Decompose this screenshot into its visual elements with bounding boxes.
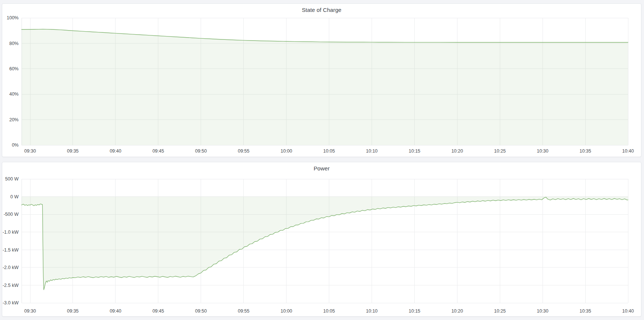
x-axis-tick-label: 09:45 — [152, 308, 164, 314]
x-axis-tick-label: 09:35 — [67, 308, 78, 314]
x-axis-tick-label: 10:15 — [409, 148, 420, 154]
x-axis-tick-label: 10:05 — [323, 308, 335, 314]
x-axis-tick-label: 09:30 — [24, 308, 36, 314]
x-axis-tick-label: 10:10 — [366, 148, 378, 154]
x-axis-tick-label: 10:15 — [409, 308, 420, 314]
y-axis-tick-label: 80% — [9, 41, 19, 46]
y-axis-tick-label: -1.5 kW — [3, 247, 19, 253]
y-axis-tick-label: 500 W — [5, 176, 19, 182]
x-axis-tick-label: 10:25 — [494, 148, 506, 154]
x-axis-tick-label: 09:50 — [195, 148, 207, 154]
soc-panel: State of Charge 100%80%60%40%20%0%09:300… — [2, 3, 641, 157]
y-axis-tick-label: 0% — [12, 143, 19, 148]
x-axis-tick-label: 09:50 — [195, 308, 207, 314]
x-axis-tick-label: 09:55 — [238, 308, 249, 314]
power-panel: Power 500 W0 W-500 W-1.0 kW-1.5 kW-2.0 k… — [2, 162, 641, 317]
y-axis-tick-label: 0 W — [10, 194, 19, 199]
x-axis-tick-label: 10:35 — [579, 308, 591, 314]
y-axis-tick-label: 20% — [9, 117, 19, 122]
y-axis-tick-label: 100% — [7, 15, 19, 20]
y-axis-tick-label: -2.0 kW — [3, 265, 19, 270]
x-axis-tick-label: 10:40 — [622, 148, 634, 154]
y-axis-tick-label: -2.5 kW — [3, 283, 19, 288]
y-axis-tick-label: 40% — [9, 92, 19, 97]
x-axis-tick-label: 10:00 — [281, 308, 292, 314]
y-axis-tick-label: -3.0 kW — [3, 300, 19, 305]
y-axis-tick-label: -1.0 kW — [3, 230, 19, 235]
x-axis-tick-label: 10:00 — [281, 148, 292, 154]
x-axis-tick-label: 09:30 — [24, 148, 36, 154]
x-axis-tick-label: 10:40 — [622, 308, 634, 314]
series-area — [22, 29, 628, 145]
x-axis-tick-label: 09:40 — [110, 148, 121, 154]
x-axis-tick-label: 10:20 — [452, 308, 463, 314]
x-axis-tick-label: 10:10 — [366, 308, 378, 314]
x-axis-tick-label: 10:35 — [579, 148, 591, 154]
x-axis-tick-label: 09:45 — [152, 148, 164, 154]
power-chart[interactable]: 500 W0 W-500 W-1.0 kW-1.5 kW-2.0 kW-2.5 … — [2, 162, 641, 316]
series-area — [22, 197, 628, 290]
x-axis-tick-label: 09:40 — [110, 308, 121, 314]
x-axis-tick-label: 10:30 — [537, 148, 548, 154]
x-axis-tick-label: 09:35 — [67, 148, 78, 154]
y-axis-tick-label: -500 W — [4, 212, 19, 217]
y-axis-tick-label: 60% — [9, 66, 19, 71]
x-axis-tick-label: 10:20 — [452, 148, 463, 154]
x-axis-tick-label: 09:55 — [238, 148, 249, 154]
x-axis-tick-label: 10:25 — [494, 308, 506, 314]
x-axis-tick-label: 10:30 — [537, 308, 548, 314]
soc-chart[interactable]: 100%80%60%40%20%0%09:3009:3509:4009:4509… — [2, 4, 641, 157]
x-axis-tick-label: 10:05 — [323, 148, 335, 154]
